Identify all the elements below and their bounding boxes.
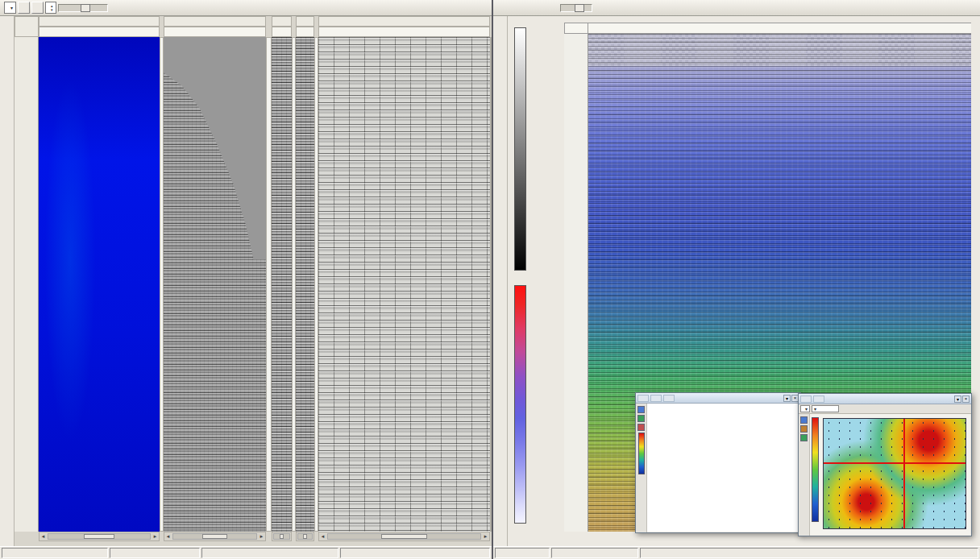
f3d-icon-strip <box>636 404 647 532</box>
f3d-mini-colorbar <box>638 433 645 474</box>
fmap-tool-icon[interactable] <box>800 425 808 433</box>
f3d-canvas[interactable] <box>647 404 799 532</box>
gather-panel-title <box>164 16 266 27</box>
fmap-title[interactable] <box>800 395 812 403</box>
cmp2-axis-ticks <box>296 27 314 37</box>
fmap-layer-combo[interactable]: ▾ <box>800 405 810 412</box>
fmap-canvas[interactable] <box>810 414 970 535</box>
amplitude-gradient-bar <box>514 27 526 271</box>
f3d-title[interactable] <box>637 395 649 402</box>
status-trace <box>495 548 550 558</box>
fmap-toolbar: ▾ ▾ <box>799 404 971 414</box>
floating-3d-viewer[interactable]: ▾ × <box>635 392 801 533</box>
section-time-axis <box>564 34 588 532</box>
left-overlay-graphics <box>39 37 490 532</box>
time-axis <box>15 37 39 532</box>
f3d-tool-icon[interactable] <box>637 424 645 431</box>
right-status-bar <box>493 546 980 559</box>
f3d-tab[interactable] <box>663 395 675 402</box>
amplitude-labels <box>529 26 549 272</box>
next-cdp-button[interactable] <box>31 2 44 14</box>
fmap-extra-combo[interactable]: ▾ <box>812 405 839 412</box>
left-status-bar <box>0 546 492 559</box>
seismic-section-window: ▾ × ▾ × <box>493 0 980 559</box>
status-time <box>551 548 638 558</box>
fmap-colorbar <box>812 417 819 522</box>
cdp-field[interactable]: ▴▾ <box>45 2 56 14</box>
cmp-axis-ticks <box>588 23 971 34</box>
fmap-icon-strip <box>799 414 810 536</box>
cmp1-axis-ticks <box>272 27 292 37</box>
transparency-slider[interactable] <box>560 4 592 12</box>
cdp-slider[interactable] <box>58 4 108 12</box>
rms-velocity-colorbar <box>509 282 564 532</box>
fmap-minimize-button[interactable]: ▾ <box>954 395 961 403</box>
fmap-tool-icon[interactable] <box>800 416 808 424</box>
analysis-panels-area: ◄► ◄► ◄► <box>15 16 492 546</box>
right-icon-strip <box>493 16 508 546</box>
chevron-down-icon: ▾ <box>10 5 13 10</box>
chevron-down-icon: ▾ <box>805 406 808 412</box>
semblance-axis-ticks <box>39 27 160 37</box>
velocity-map-grid-dots <box>824 419 965 528</box>
left-toolbar: ▾ ▴▾ <box>0 0 492 16</box>
cmp-axis-label <box>564 23 588 34</box>
fmap-close-button[interactable]: × <box>962 395 970 403</box>
prev-cdp-button[interactable] <box>18 2 30 14</box>
fmap-titlebar[interactable]: ▾ × <box>799 394 971 404</box>
cvs-panel-title <box>318 16 490 27</box>
map-crosshair-horizontal <box>824 462 965 464</box>
velocity-map[interactable] <box>823 418 966 529</box>
map-crosshair-vertical <box>903 419 905 528</box>
status-velocity <box>2 548 108 558</box>
gather-scrollbar[interactable]: ◄► <box>164 532 266 541</box>
cmp1-panel-title <box>272 16 292 27</box>
fmap-tab[interactable] <box>813 395 824 403</box>
velocity-analysis-window: ▾ ▴▾ <box>0 0 492 559</box>
semblance-scrollbar[interactable]: ◄► <box>39 532 160 541</box>
status-amplitude <box>201 548 338 558</box>
f3d-minimize-button[interactable]: ▾ <box>783 395 791 402</box>
floating-map-viewer[interactable]: ▾ × ▾ ▾ <box>798 393 972 536</box>
rms-labels <box>529 284 549 525</box>
status-mode <box>340 548 490 558</box>
spinner-icon[interactable]: ▴▾ <box>51 4 53 12</box>
f3d-tool-icon[interactable] <box>637 415 645 422</box>
cvs-axis-ticks <box>318 27 490 37</box>
slider-thumb[interactable] <box>575 4 584 12</box>
gather-axis-ticks <box>164 27 266 37</box>
status-filler <box>640 548 978 558</box>
f3d-tool-icon[interactable] <box>637 406 645 413</box>
fmap-tool-icon[interactable] <box>800 434 808 441</box>
cmp2-scrollbar[interactable] <box>296 532 314 541</box>
rms-gradient-bar <box>514 285 526 524</box>
f3d-tab[interactable] <box>650 395 662 402</box>
f3d-titlebar[interactable]: ▾ × <box>636 393 800 404</box>
cmp2-panel-title <box>296 16 314 27</box>
semblance-panel-title <box>39 16 160 27</box>
line-selector-combo[interactable]: ▾ <box>4 2 16 14</box>
right-toolbar <box>493 0 980 16</box>
left-icon-strip <box>0 16 15 546</box>
amplitude-colorbar <box>509 24 564 277</box>
app-root: ▾ ▴▾ <box>0 0 980 559</box>
cvs-scrollbar[interactable]: ◄► <box>318 532 490 541</box>
f3d-fence-graphics <box>647 404 800 532</box>
slider-thumb[interactable] <box>81 4 90 12</box>
cmp1-scrollbar[interactable] <box>272 532 292 541</box>
status-time <box>110 548 200 558</box>
axis-corner <box>15 16 39 37</box>
panel-separator[interactable] <box>490 37 492 532</box>
